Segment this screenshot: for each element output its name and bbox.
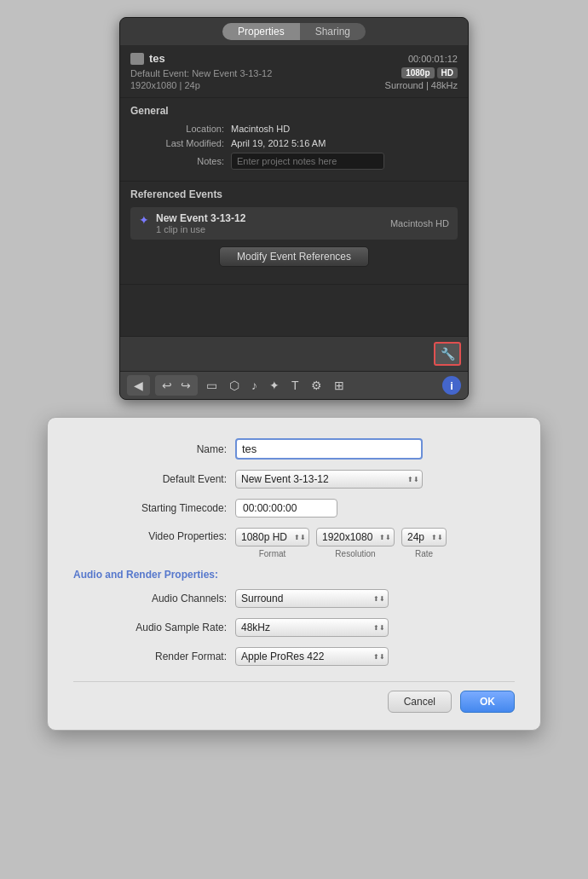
star-icon[interactable]: ✦ [266, 377, 283, 394]
last-modified-row: Last Modified: April 19, 2012 5:16 AM [130, 138, 458, 148]
info-icon: i [450, 379, 453, 392]
event-clips: 1 clip in use [156, 224, 245, 234]
modify-event-references-button[interactable]: Modify Event References [219, 246, 369, 267]
ok-button[interactable]: OK [460, 691, 515, 713]
badge-hd: HD [437, 67, 458, 78]
default-event-label: Default Event: [73, 473, 227, 485]
audio-channels-select-wrap: Surround [235, 589, 389, 608]
event-name: New Event 3-13-12 [156, 212, 245, 224]
project-header: tes 00:00:01:12 Default Event: New Event… [120, 45, 468, 98]
undo-redo-group[interactable]: ↩ ↪ [155, 375, 198, 396]
music-icon[interactable]: ♪ [248, 377, 261, 394]
timecode-label: Starting Timecode: [73, 502, 227, 514]
location-value: Macintosh HD [231, 124, 290, 134]
render-format-select-wrap: Apple ProRes 422 [235, 647, 389, 666]
timecode-field[interactable] [235, 499, 337, 518]
rate-select-wrap: 24p [401, 528, 447, 546]
resolution-field: 1920x1080 Resolution [316, 528, 395, 558]
audio-channels-select[interactable]: Surround [235, 589, 389, 608]
audio-sample-rate-select-wrap: 48kHz [235, 618, 389, 637]
referenced-events-section: Referenced Events ✦ New Event 3-13-12 1 … [120, 182, 468, 285]
back-icon[interactable]: ◀ [130, 377, 147, 394]
name-field[interactable] [235, 438, 423, 460]
project-event: Default Event: New Event 3-13-12 [130, 68, 272, 78]
project-surround: Surround | 48kHz [385, 80, 458, 90]
event-item: ✦ New Event 3-13-12 1 clip in use Macint… [130, 207, 458, 240]
default-event-select-wrap: New Event 3-13-12 [235, 470, 423, 489]
tab-bar: Properties Sharing [120, 18, 468, 45]
default-event-select[interactable]: New Event 3-13-12 [235, 470, 423, 489]
audio-sample-rate-row: Audio Sample Rate: 48kHz [73, 618, 515, 637]
video-props-row: Video Properties: 1080p HD Format 1920x1… [73, 528, 515, 558]
resolution-select-wrap: 1920x1080 [316, 528, 395, 546]
notes-input[interactable] [231, 153, 384, 170]
film-icon[interactable]: ▭ [203, 377, 221, 394]
render-format-row: Render Format: Apple ProRes 422 [73, 647, 515, 666]
location-row: Location: Macintosh HD [130, 124, 458, 134]
project-doc-icon [130, 53, 144, 65]
audio-channels-row: Audio Channels: Surround [73, 589, 515, 608]
grid-icon[interactable]: ⊞ [331, 377, 348, 394]
event-location: Macintosh HD [390, 218, 449, 228]
render-format-label: Render Format: [73, 651, 227, 662]
notes-label: Notes: [130, 156, 224, 166]
referenced-events-title: Referenced Events [130, 188, 458, 200]
undo-icon[interactable]: ↩ [159, 377, 176, 394]
info-button[interactable]: i [442, 376, 461, 395]
name-row: Name: [73, 438, 515, 460]
project-specs: 1920x1080 | 24p [130, 80, 200, 90]
last-modified-label: Last Modified: [130, 138, 224, 148]
tab-properties[interactable]: Properties [222, 23, 300, 40]
format-select[interactable]: 1080p HD [235, 528, 309, 546]
notes-row: Notes: [130, 153, 458, 170]
default-event-row: Default Event: New Event 3-13-12 [73, 470, 515, 489]
audio-channels-label: Audio Channels: [73, 593, 227, 604]
cancel-button[interactable]: Cancel [388, 691, 452, 713]
dialog-footer: Cancel OK [73, 681, 515, 713]
rate-field: 24p Rate [401, 528, 447, 558]
text-icon[interactable]: T [288, 377, 303, 394]
project-properties-dialog: Name: Default Event: New Event 3-13-12 S… [47, 417, 541, 731]
project-duration: 00:00:01:12 [408, 54, 458, 64]
camera-icon[interactable]: ⬡ [226, 377, 243, 394]
audio-section-label: Audio and Render Properties: [73, 569, 218, 581]
badge-1080p: 1080p [401, 67, 434, 78]
project-name: tes [149, 52, 165, 65]
format-label: Format [259, 549, 286, 558]
wrench-button[interactable]: 🔧 [434, 342, 461, 366]
format-field: 1080p HD Format [235, 528, 309, 558]
resolution-label: Resolution [335, 549, 375, 558]
timecode-row: Starting Timecode: [73, 499, 515, 518]
rate-label: Rate [415, 549, 433, 558]
properties-panel: Properties Sharing tes 00:00:01:12 Defau… [119, 17, 469, 400]
resolution-select[interactable]: 1920x1080 [316, 528, 395, 546]
last-modified-value: April 19, 2012 5:16 AM [231, 138, 326, 148]
audio-sample-rate-label: Audio Sample Rate: [73, 622, 227, 633]
name-label: Name: [73, 443, 227, 455]
event-star-icon: ✦ [139, 213, 149, 227]
general-section: General Location: Macintosh HD Last Modi… [120, 98, 468, 182]
video-properties-label: Video Properties: [73, 528, 227, 542]
tab-sharing[interactable]: Sharing [300, 23, 366, 40]
wrench-icon: 🔧 [441, 347, 455, 361]
format-select-wrap: 1080p HD [235, 528, 309, 546]
audio-sample-rate-select[interactable]: 48kHz [235, 618, 389, 637]
general-section-title: General [130, 105, 458, 117]
gear-icon[interactable]: ⚙ [308, 377, 326, 394]
redo-icon[interactable]: ↪ [177, 377, 194, 394]
toolbar: ◀ ↩ ↪ ▭ ⬡ ♪ ✦ T ⚙ ⊞ i [120, 371, 468, 399]
rate-select[interactable]: 24p [401, 528, 447, 546]
render-format-select[interactable]: Apple ProRes 422 [235, 647, 389, 666]
location-label: Location: [130, 124, 224, 134]
panel-footer: 🔧 [120, 336, 468, 371]
back-button-group[interactable]: ◀ [127, 375, 150, 396]
